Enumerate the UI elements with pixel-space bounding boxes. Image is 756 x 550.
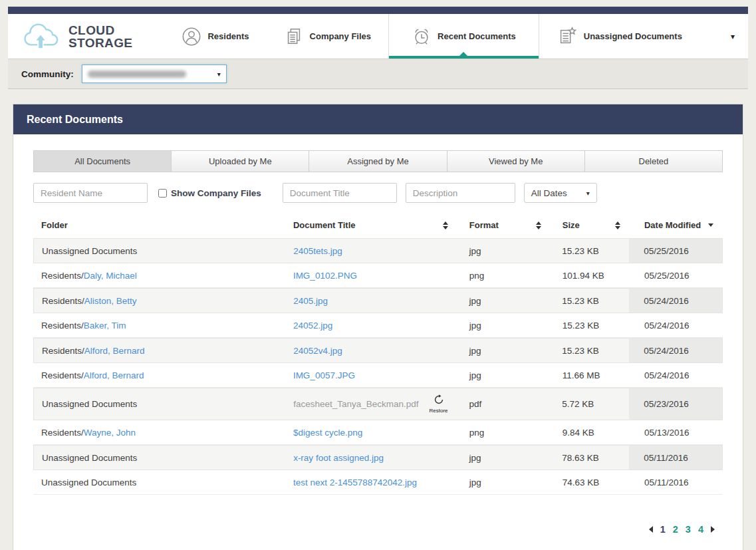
tab-viewed-by-me[interactable]: Viewed by Me <box>447 150 585 172</box>
resident-folder-link[interactable]: Daly, Michael <box>84 271 137 281</box>
restore-button[interactable]: Restore <box>430 394 448 414</box>
document-title-input[interactable] <box>283 183 397 203</box>
document-title-link[interactable]: $digest cycle.png <box>293 428 362 438</box>
resident-folder-link[interactable]: Aliston, Betty <box>84 296 137 306</box>
page-2[interactable]: 2 <box>673 524 678 535</box>
tab-all-documents[interactable]: All Documents <box>33 150 172 172</box>
document-title-link[interactable]: 2405.jpg <box>293 296 328 306</box>
tab-assigned-by-me[interactable]: Assigned by Me <box>309 150 447 172</box>
folder-prefix: Residents/ <box>41 428 84 438</box>
description-input[interactable] <box>406 183 515 203</box>
resident-folder-link[interactable]: Wayne, John <box>84 428 136 438</box>
show-company-files-checkbox[interactable] <box>158 189 167 198</box>
document-title-link[interactable]: IMG_0102.PNG <box>293 271 357 281</box>
column-label: Folder <box>41 220 68 230</box>
folder-prefix: Residents/ <box>42 296 84 306</box>
nav-item-company-files[interactable]: Company Files <box>267 14 388 59</box>
brand-name: CLOUD STORAGE <box>68 24 132 49</box>
column-header-document-title[interactable]: Document Title <box>292 220 457 230</box>
brand-logo: CLOUD STORAGE <box>21 14 132 59</box>
nav-item-unassigned-documents[interactable]: Unassigned Documents <box>539 14 699 59</box>
size-cell: 78.63 KB <box>550 453 629 463</box>
format-cell: jpg <box>457 370 551 380</box>
resident-folder-link[interactable]: Alford, Bernard <box>84 370 144 380</box>
column-header-size[interactable]: Size <box>551 220 630 230</box>
page-4[interactable]: 4 <box>698 524 703 535</box>
resident-name-input[interactable] <box>33 183 148 203</box>
restore-label: Restore <box>430 408 448 414</box>
sort-both-icon[interactable] <box>615 221 620 229</box>
document-title-link[interactable]: 2405tets.jpg <box>293 246 342 256</box>
document-tabs: All Documents Uploaded by Me Assigned by… <box>33 150 723 172</box>
deleted-document-title: facesheet_Tanya_Beckman.pdf <box>293 399 418 409</box>
nav-item-residents[interactable]: Residents <box>164 14 266 59</box>
nav-item-label: Recent Documents <box>438 31 516 41</box>
document-title-cell: 2405tets.jpg <box>292 246 457 256</box>
date-filter-select[interactable]: All Dates ▾ <box>524 183 597 203</box>
column-header-date-modified[interactable]: Date Modified <box>630 220 723 230</box>
document-star-icon <box>557 27 578 47</box>
size-cell: 5.72 KB <box>550 399 629 409</box>
table-row: Unassigned Documentsx-ray foot assigned.… <box>33 445 723 470</box>
size-cell: 9.84 KB <box>551 428 630 438</box>
folder-cell: Residents/Baker, Tim <box>33 321 292 331</box>
panel-title: Recent Documents <box>13 104 743 134</box>
format-cell: jpg <box>457 453 551 463</box>
format-cell: jpg <box>457 296 551 306</box>
document-title-cell: 24052v4.jpg <box>292 346 457 356</box>
document-title-link[interactable]: IMG_0057.JPG <box>293 370 355 380</box>
sort-desc-icon[interactable] <box>708 223 713 227</box>
folder-name: Unassigned Documents <box>42 453 137 463</box>
document-title-cell: 2405.jpg <box>292 296 457 306</box>
page-3[interactable]: 3 <box>686 524 691 535</box>
folder-prefix: Residents/ <box>42 346 84 356</box>
tab-uploaded-by-me[interactable]: Uploaded by Me <box>171 150 309 172</box>
resident-folder-link[interactable]: Baker, Tim <box>84 321 126 331</box>
document-title-cell: facesheet_Tanya_Beckman.pdfRestore <box>292 394 457 414</box>
document-title-cell: IMG_0102.PNG <box>292 271 457 281</box>
tab-deleted[interactable]: Deleted <box>584 150 723 172</box>
format-cell: png <box>457 271 551 281</box>
folder-prefix: Residents/ <box>41 321 84 331</box>
nav-item-recent-documents[interactable]: Recent Documents <box>388 14 539 59</box>
size-cell: 15.23 KB <box>550 296 629 306</box>
next-page-icon[interactable] <box>711 526 715 533</box>
resident-folder-link[interactable]: Alford, Bernard <box>84 346 145 356</box>
community-select[interactable]: ▾ <box>82 65 227 83</box>
date-modified-cell: 05/24/2016 <box>630 363 723 387</box>
brand-line2: STORAGE <box>68 36 132 50</box>
sort-both-icon[interactable] <box>443 221 448 229</box>
document-title-link[interactable]: test next 2-1455788742042.jpg <box>293 478 417 487</box>
folder-cell: Unassigned Documents <box>33 478 292 487</box>
format-cell: jpg <box>457 321 551 331</box>
column-label: Format <box>469 220 499 230</box>
navbar-dropdown-caret-icon[interactable]: ▾ <box>731 14 735 59</box>
active-tab-arrow <box>459 52 467 56</box>
date-modified-cell: 05/11/2016 <box>630 470 723 494</box>
document-title-link[interactable]: x-ray foot assigned.jpg <box>293 453 384 463</box>
format-cell: jpg <box>457 478 551 487</box>
date-modified-cell: 05/24/2016 <box>630 313 723 337</box>
size-cell: 15.23 KB <box>550 246 629 256</box>
navbar: CLOUD STORAGE Residents <box>8 14 748 59</box>
page-1[interactable]: 1 <box>660 524 666 535</box>
document-title-cell: x-ray foot assigned.jpg <box>292 453 457 463</box>
format-cell: jpg <box>457 246 551 256</box>
previous-page-icon[interactable] <box>649 526 653 533</box>
show-company-files-label[interactable]: Show Company Files <box>171 188 261 198</box>
nav-item-label: Residents <box>207 31 249 41</box>
documents-icon <box>284 27 304 47</box>
table-header-row: Folder Document Title Format Size Date M… <box>33 220 723 238</box>
column-label: Date Modified <box>644 220 701 230</box>
column-header-format[interactable]: Format <box>457 220 551 230</box>
date-modified-cell: 05/23/2016 <box>629 388 722 420</box>
table-row: Residents/Aliston, Betty2405.jpgjpg15.23… <box>33 288 723 313</box>
folder-cell: Residents/Alford, Bernard <box>33 370 292 380</box>
folder-cell: Unassigned Documents <box>34 399 292 409</box>
document-title-cell: 24052.jpg <box>292 321 457 331</box>
sort-both-icon[interactable] <box>536 221 541 229</box>
column-label: Document Title <box>293 220 356 230</box>
document-title-link[interactable]: 24052v4.jpg <box>293 346 342 356</box>
document-title-link[interactable]: 24052.jpg <box>293 321 332 331</box>
folder-name: Unassigned Documents <box>41 478 136 487</box>
